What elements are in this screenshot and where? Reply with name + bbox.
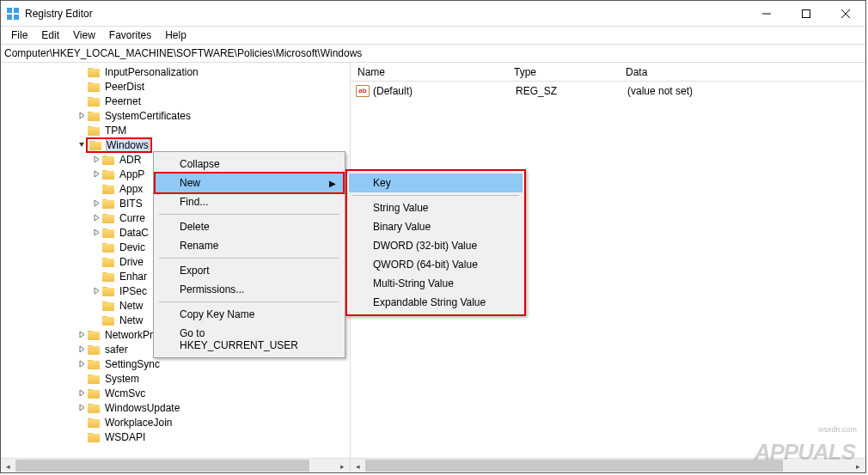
context-item-dword-32-bit-value[interactable]: DWORD (32-bit) Value	[349, 236, 523, 255]
context-item-qword-64-bit-value[interactable]: QWORD (64-bit) Value	[349, 255, 523, 274]
folder-icon	[88, 417, 101, 429]
address-bar[interactable]: Computer\HKEY_LOCAL_MACHINE\SOFTWARE\Pol…	[1, 44, 865, 63]
context-item-rename[interactable]: Rename	[156, 236, 343, 255]
context-item-binary-value[interactable]: Binary Value	[349, 217, 523, 236]
chevron-right-icon[interactable]	[76, 403, 87, 413]
minimize-button[interactable]	[747, 1, 786, 27]
tree-node[interactable]: WindowsUpdate	[1, 400, 350, 415]
chevron-right-icon[interactable]	[76, 330, 87, 340]
column-name[interactable]: Name	[351, 66, 514, 78]
chevron-right-icon[interactable]	[91, 155, 101, 165]
chevron-right-icon[interactable]	[91, 286, 101, 296]
chevron-down-icon[interactable]	[76, 140, 87, 150]
chevron-right-icon[interactable]	[76, 344, 87, 355]
tree-node-label: PeerDist	[105, 81, 144, 93]
context-item-collapse[interactable]: Collapse	[156, 155, 343, 174]
context-item-go-to-hkey-current-user[interactable]: Go to HKEY_CURRENT_USER	[156, 324, 343, 355]
chevron-right-icon[interactable]	[76, 111, 87, 121]
column-data[interactable]: Data	[626, 66, 865, 78]
context-item-new[interactable]: New▶	[156, 174, 343, 192]
chevron-right-icon[interactable]	[91, 213, 101, 223]
tree-node-label: System	[105, 373, 139, 385]
menu-favorites[interactable]: Favorites	[102, 28, 158, 42]
folder-icon	[88, 66, 101, 78]
menu-help[interactable]: Help	[158, 28, 193, 42]
folder-icon	[88, 81, 101, 93]
svg-rect-1	[14, 8, 19, 13]
context-item-copy-key-name[interactable]: Copy Key Name	[156, 305, 343, 324]
context-item-permissions[interactable]: Permissions...	[156, 280, 343, 299]
scroll-left-button[interactable]: ◂	[351, 459, 365, 473]
tree-node-label: WcmSvc	[105, 387, 145, 399]
tree-horizontal-scrollbar[interactable]: ◂ ▸	[1, 458, 350, 472]
folder-icon	[102, 241, 116, 253]
context-item-label: New	[180, 177, 200, 189]
folder-icon	[88, 110, 101, 122]
scroll-right-button[interactable]: ▸	[335, 459, 350, 472]
context-item-expandable-string-value[interactable]: Expandable String Value	[349, 293, 523, 312]
tree-node-label: SystemCertificates	[105, 110, 191, 122]
folder-icon	[102, 256, 116, 268]
value-row[interactable]: ab (Default) REG_SZ (value not set)	[351, 83, 865, 98]
tree-node[interactable]: Windows	[1, 137, 350, 152]
context-item-find[interactable]: Find...	[156, 192, 343, 211]
tree-node-label: ADR	[119, 154, 141, 166]
folder-icon	[102, 271, 116, 283]
context-item-multi-string-value[interactable]: Multi-String Value	[349, 274, 523, 293]
value-data: (value not set)	[627, 85, 865, 97]
close-button[interactable]	[826, 1, 865, 27]
menu-edit[interactable]: Edit	[34, 28, 66, 42]
app-icon	[6, 7, 20, 21]
tree-node-label: Appx	[119, 183, 143, 195]
tree-node[interactable]: PeerDist	[1, 79, 350, 94]
chevron-right-icon[interactable]	[76, 359, 87, 369]
tree-node[interactable]: Peernet	[1, 94, 350, 108]
window-title: Registry Editor	[25, 8, 93, 20]
chevron-right-icon[interactable]	[91, 169, 101, 180]
svg-rect-0	[7, 8, 12, 13]
context-item-key[interactable]: Key	[349, 174, 523, 192]
chevron-right-icon[interactable]	[91, 228, 101, 238]
tree-node-label: safer	[105, 344, 128, 356]
twisty-none	[76, 432, 87, 442]
tree-node-label: WorkplaceJoin	[105, 417, 172, 429]
column-type[interactable]: Type	[514, 66, 626, 78]
scroll-left-button[interactable]: ◂	[1, 459, 15, 472]
context-item-label: Find...	[180, 196, 208, 208]
menu-view[interactable]: View	[66, 28, 102, 42]
folder-icon	[88, 329, 101, 341]
context-item-label: String Value	[373, 202, 428, 214]
twisty-none	[91, 271, 101, 282]
tree-node[interactable]: InputPersonalization	[1, 64, 350, 79]
context-item-export[interactable]: Export	[156, 261, 343, 280]
chevron-right-icon[interactable]	[91, 198, 101, 209]
svg-rect-3	[14, 15, 19, 20]
context-item-label: Multi-String Value	[373, 277, 454, 289]
tree-node[interactable]: SettingSync	[1, 356, 350, 371]
twisty-none	[76, 96, 87, 107]
tree-node[interactable]: TPM	[1, 123, 350, 137]
tree-node-label: Netw	[119, 300, 143, 312]
scroll-thumb[interactable]	[365, 460, 783, 472]
menu-file[interactable]: File	[4, 28, 34, 42]
tree-node-label: Drive	[119, 256, 144, 268]
tree-node[interactable]: SystemCertificates	[1, 108, 350, 123]
folder-icon	[102, 314, 116, 326]
tree-node[interactable]: WcmSvc	[1, 386, 350, 400]
twisty-none	[91, 301, 101, 311]
scroll-thumb[interactable]	[15, 460, 309, 472]
twisty-none	[91, 184, 101, 194]
chevron-right-icon[interactable]	[76, 388, 87, 399]
folder-icon	[89, 139, 103, 151]
context-item-label: Copy Key Name	[180, 308, 254, 320]
context-item-string-value[interactable]: String Value	[349, 198, 523, 217]
twisty-none	[76, 67, 87, 77]
tree-node[interactable]: WorkplaceJoin	[1, 415, 350, 429]
scroll-track[interactable]	[15, 459, 335, 472]
tree-node-label: DataC	[119, 227, 149, 239]
context-item-delete[interactable]: Delete	[156, 217, 343, 236]
context-separator	[352, 195, 519, 196]
maximize-button[interactable]	[786, 1, 826, 27]
tree-node[interactable]: System	[1, 371, 350, 386]
tree-node[interactable]: WSDAPI	[1, 429, 350, 444]
